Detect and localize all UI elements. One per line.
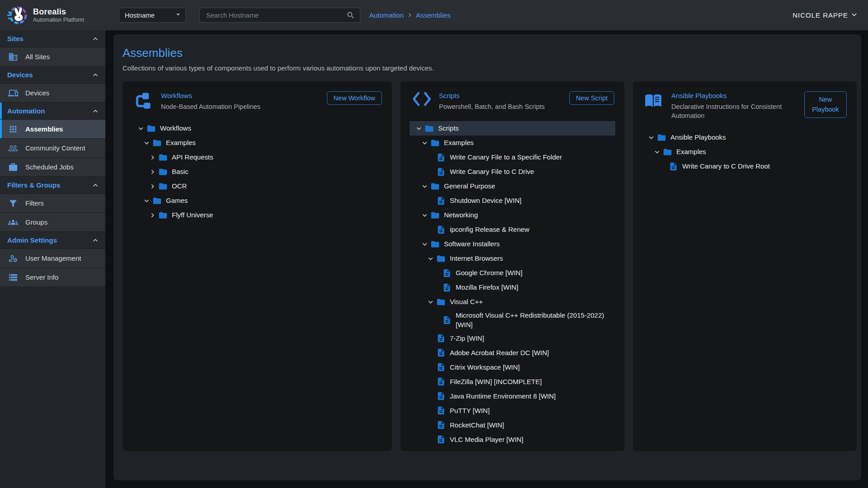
folder-icon xyxy=(425,124,434,133)
tree-file-mozilla-firefox-win[interactable]: Mozilla Firefox [WIN] xyxy=(410,280,615,295)
tree-item-label: Internet Browsers xyxy=(450,252,615,265)
chevron-up-icon xyxy=(91,107,100,116)
tree-file-putty-win[interactable]: PuTTY [WIN] xyxy=(410,404,615,418)
tree-file-7-zip-win[interactable]: 7-Zip [WIN] xyxy=(410,331,615,346)
chevron-down-icon[interactable] xyxy=(420,182,429,191)
search-input[interactable] xyxy=(205,11,346,19)
chevron-right-icon[interactable] xyxy=(148,182,157,191)
chevron-down-icon[interactable] xyxy=(414,124,423,133)
chevron-right-icon[interactable] xyxy=(148,168,157,176)
file-icon xyxy=(436,406,446,415)
chevron-right-icon[interactable] xyxy=(148,211,157,220)
tree-item-label: VLC Media Player [WIN] xyxy=(450,433,615,446)
tree-item-label: Games xyxy=(166,194,383,207)
file-icon xyxy=(436,167,446,177)
tree-folder-games[interactable]: Games xyxy=(132,193,383,208)
sidebar-item-filters[interactable]: Filters xyxy=(0,194,105,213)
sidebar-item-user-management[interactable]: User Management xyxy=(0,249,105,268)
sidebar-item-all-sites[interactable]: All Sites xyxy=(0,47,105,66)
chevron-down-icon[interactable] xyxy=(426,298,435,306)
new-workflow-button[interactable]: New Workflow xyxy=(327,91,382,105)
sidebar-section-devices[interactable]: Devices xyxy=(0,66,105,84)
user-menu[interactable]: NICOLE RAPPE xyxy=(793,10,859,21)
tree-file-java-runtime-environment-8-win[interactable]: Java Runtime Environment 8 [WIN] xyxy=(410,389,615,404)
tree-file-citrix-workspace-win[interactable]: Citrix Workspace [WIN] xyxy=(410,360,615,375)
folder-icon xyxy=(430,182,440,191)
folder-icon xyxy=(436,297,446,307)
chevron-right-icon[interactable] xyxy=(148,153,157,162)
tree-file-google-chrome-win[interactable]: Google Chrome [WIN] xyxy=(410,266,615,280)
breadcrumb-assemblies[interactable]: Assemblies xyxy=(416,11,451,19)
tree-file-vlc-media-player-win[interactable]: VLC Media Player [WIN] xyxy=(410,432,615,447)
brand-text: Borealis Automation Platform xyxy=(33,7,84,23)
card-titles: ScriptsPowershell, Batch, and Bash Scrip… xyxy=(439,91,569,111)
hostname-select[interactable]: Hostname xyxy=(119,8,186,23)
tree-file-write-canary-to-c-drive-root[interactable]: Write Canary to C Drive Root xyxy=(642,160,848,174)
tree-item-label: API Requests xyxy=(172,151,383,164)
tree-item-label: Adobe Acrobat Reader DC [WIN] xyxy=(450,347,615,359)
tree-file-write-canary-file-to-a-specific-folder[interactable]: Write Canary File to a Specific Folder xyxy=(410,150,615,164)
tree-folder-workflows[interactable]: Workflows xyxy=(132,121,383,136)
tree-folder-ocr[interactable]: OCR xyxy=(132,179,383,193)
tree-folder-scripts[interactable]: Scripts xyxy=(410,121,615,136)
tree-folder-examples[interactable]: Examples xyxy=(410,136,615,150)
chevron-down-icon[interactable] xyxy=(136,124,145,133)
chevron-down-icon[interactable] xyxy=(420,240,429,249)
new-script-button[interactable]: New Script xyxy=(569,91,614,105)
tree-item-label: RocketChat [WIN] xyxy=(450,419,615,432)
tree-folder-internet-browsers[interactable]: Internet Browsers xyxy=(410,251,615,266)
brand[interactable]: Borealis Automation Platform xyxy=(0,5,105,26)
tree-folder-examples[interactable]: Examples xyxy=(642,145,848,160)
sidebar-section-filters-groups[interactable]: Filters & Groups xyxy=(0,177,105,194)
sidebar-section-admin-settings[interactable]: Admin Settings xyxy=(0,232,105,249)
sidebar-item-groups[interactable]: Groups xyxy=(0,213,105,232)
card-title: Workflows xyxy=(161,92,321,99)
card-workflows: WorkflowsNode-Based Automation Pipelines… xyxy=(123,81,392,451)
tree-folder-basic[interactable]: Basic xyxy=(132,164,383,179)
tree-file-filezilla-win-incomplete[interactable]: FileZilla [WIN] [INCOMPLETE] xyxy=(410,375,615,389)
sidebar-item-scheduled-jobs[interactable]: Scheduled Jobs xyxy=(0,158,105,177)
sidebar-item-devices[interactable]: Devices xyxy=(0,84,105,103)
file-icon xyxy=(436,153,446,162)
chevron-down-icon[interactable] xyxy=(142,197,151,205)
sidebar-section-automation[interactable]: Automation xyxy=(0,103,105,120)
chevron-down-icon[interactable] xyxy=(420,139,429,147)
tree-file-ipconfig-release-renew[interactable]: ipconfig Release & Renew xyxy=(410,222,615,237)
tree-folder-examples[interactable]: Examples xyxy=(132,136,383,150)
tree-item-label: General Purpose xyxy=(444,180,615,192)
tree-folder-software-installers[interactable]: Software Installers xyxy=(410,237,615,251)
new-playbook-button[interactable]: New Playbook xyxy=(804,91,847,118)
tree-file-shutdown-device-win[interactable]: Shutdown Device [WIN] xyxy=(410,193,615,208)
breadcrumb-automation[interactable]: Automation xyxy=(369,11,404,19)
chevron-down-icon[interactable] xyxy=(652,148,661,156)
sidebar-item-label: All Sites xyxy=(25,53,50,61)
tree-folder-visual-c[interactable]: Visual C++ xyxy=(410,295,615,309)
tree-folder-general-purpose[interactable]: General Purpose xyxy=(410,179,615,193)
assemblies-panel: Assemblies Collections of various types … xyxy=(113,34,861,480)
tree-file-microsoft-visual-c-redistributable-2015-2022-win[interactable]: Microsoft Visual C++ Redistributable (20… xyxy=(410,309,615,331)
tree-folder-api-requests[interactable]: API Requests xyxy=(132,150,383,164)
tree-folder-flyff-universe[interactable]: Flyff Universe xyxy=(132,208,383,222)
sidebar-item-server-info[interactable]: Server Info xyxy=(0,268,105,287)
chevron-down-icon[interactable] xyxy=(426,254,435,263)
folder-icon xyxy=(657,133,666,142)
tree-folder-networking[interactable]: Networking xyxy=(410,208,615,222)
chevron-down-icon[interactable] xyxy=(646,133,656,142)
tree-file-write-canary-file-to-c-drive[interactable]: Write Canary File to C Drive xyxy=(410,164,615,179)
tree-item-label: Google Chrome [WIN] xyxy=(456,267,615,279)
tree-folder-ansible-playbooks[interactable]: Ansible Playbooks xyxy=(642,131,848,145)
sidebar-section-sites[interactable]: Sites xyxy=(0,30,105,47)
card-workflows-header: WorkflowsNode-Based Automation Pipelines… xyxy=(123,91,392,111)
caret-down-icon xyxy=(174,10,183,20)
sidebar-item-assemblies[interactable]: Assemblies xyxy=(0,120,105,139)
card-title: Ansible Playbooks xyxy=(671,92,799,99)
tree-file-rocketchat-win[interactable]: RocketChat [WIN] xyxy=(410,418,615,432)
search-box[interactable] xyxy=(199,8,360,23)
sidebar-item-community-content[interactable]: Community Content xyxy=(0,139,105,158)
tree-file-adobe-acrobat-reader-dc-win[interactable]: Adobe Acrobat Reader DC [WIN] xyxy=(410,346,615,360)
chevron-down-icon[interactable] xyxy=(420,211,429,220)
card-subtitle: Node-Based Automation Pipelines xyxy=(161,102,321,111)
chevron-down-icon[interactable] xyxy=(142,139,151,147)
file-icon xyxy=(442,268,452,278)
app-root: Borealis Automation Platform Hostname Au… xyxy=(0,0,868,488)
